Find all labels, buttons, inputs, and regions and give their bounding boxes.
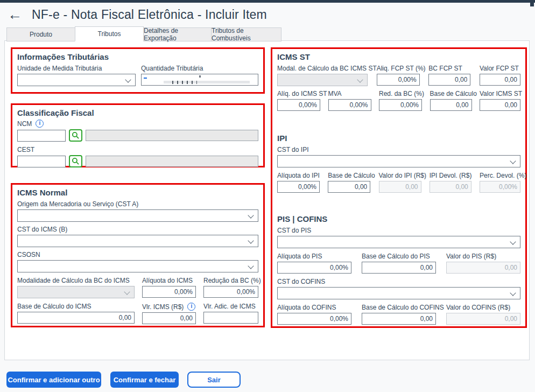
valor-pis-label: Valor do PIS (R$) bbox=[446, 253, 520, 260]
section-title: ICMS Normal bbox=[17, 188, 258, 197]
base-calculo-pis-label: Base de Cálculo do PIS bbox=[362, 253, 436, 260]
cst-icms-label: CST do ICMS (B) bbox=[17, 226, 258, 233]
field-quantidade-tributaria: Quantidade Tributária bbox=[141, 65, 258, 86]
field-valor-icms-st: Valor ICMS ST bbox=[480, 90, 520, 111]
page-title: NF-e - Nota Fiscal Eletrônica - Incluir … bbox=[32, 8, 267, 22]
base-calculo-ipi-input[interactable] bbox=[328, 181, 370, 193]
field-aliquota-pis: Alíquota do PIS bbox=[277, 253, 351, 274]
tab-produto[interactable]: Produto bbox=[6, 27, 75, 41]
valor-fcp-st-input[interactable] bbox=[480, 74, 520, 86]
tab-content-panel: Informações Tributárias Unidade de Medid… bbox=[4, 40, 530, 360]
aliquota-icms-label: Alíquota do ICMS bbox=[142, 277, 196, 284]
reducao-bc-input[interactable] bbox=[203, 286, 258, 298]
confirm-close-button[interactable]: Confirmar e fechar bbox=[110, 372, 179, 388]
field-valor-fcp-st: Valor FCP ST bbox=[480, 65, 520, 86]
valor-ipi-label: Valor do IPI (R$) bbox=[379, 172, 421, 179]
bc-fcp-st-label: BC FCP ST bbox=[428, 65, 470, 72]
cst-icms-select[interactable] bbox=[17, 235, 258, 247]
field-valor-pis: Valor do PIS (R$) bbox=[446, 253, 520, 274]
chevron-down-icon bbox=[124, 289, 130, 295]
cst-ipi-select[interactable] bbox=[277, 155, 520, 167]
cst-pis-select[interactable] bbox=[277, 236, 520, 248]
ipi-devol-label: IPI Devol. (R$) bbox=[430, 172, 471, 179]
ncm-label: NCM bbox=[17, 120, 32, 128]
scrollbar-notch bbox=[530, 0, 534, 6]
field-reducao-bc: Redução da BC (%) bbox=[203, 277, 258, 298]
chevron-down-icon bbox=[510, 290, 516, 296]
aliquota-pis-label: Alíquota do PIS bbox=[277, 253, 351, 260]
valor-icms-st-label: Valor ICMS ST bbox=[480, 90, 520, 97]
valor-icms-st-input[interactable] bbox=[480, 99, 520, 111]
mva-input[interactable] bbox=[328, 99, 371, 111]
aliquota-ipi-input[interactable] bbox=[277, 181, 320, 193]
origem-mercadoria-select[interactable] bbox=[17, 209, 258, 222]
section-classificacao-fiscal: Classificação Fiscal NCM i CEST bbox=[11, 103, 265, 167]
cst-cofins-select[interactable] bbox=[277, 287, 520, 299]
cest-search-button[interactable] bbox=[69, 155, 82, 167]
modalidade-bc-icms-select-disabled bbox=[17, 286, 135, 298]
valor-cofins-input-disabled bbox=[446, 313, 520, 325]
field-aliq-icms-st: Alíq. do ICMS ST bbox=[277, 90, 320, 111]
section-tributos-direita: ICMS ST Modal. de Cálculo da BC ICMS ST … bbox=[271, 47, 527, 328]
icms-st-title: ICMS ST bbox=[277, 52, 520, 61]
field-unidade-medida-tributaria: Unidade de Medida Tributária bbox=[17, 65, 136, 86]
mva-label: MVA bbox=[328, 90, 371, 97]
csosn-select[interactable] bbox=[17, 260, 258, 272]
bc-fcp-st-input[interactable] bbox=[428, 74, 470, 86]
chevron-down-icon bbox=[248, 263, 254, 269]
red-bc-st-label: Red. da BC (%) bbox=[379, 90, 422, 97]
field-aliquota-icms: Alíquota do ICMS bbox=[142, 277, 196, 298]
aliq-fcp-st-label: Aliq. FCP ST (%) bbox=[377, 65, 420, 72]
vlr-icms-label: Vlr. ICMS (R$) bbox=[142, 303, 184, 311]
base-calculo-st-input[interactable] bbox=[430, 99, 472, 111]
info-icon[interactable]: i bbox=[187, 303, 195, 311]
red-bc-st-input[interactable] bbox=[379, 99, 422, 111]
chevron-down-icon bbox=[510, 158, 516, 164]
field-modal-bc-icms-st: Modal. de Cálculo da BC ICMS ST bbox=[277, 65, 368, 86]
base-calculo-pis-input[interactable] bbox=[362, 262, 436, 274]
aliq-fcp-st-input[interactable] bbox=[377, 74, 420, 86]
base-calculo-icms-input[interactable] bbox=[17, 312, 135, 324]
info-icon[interactable]: i bbox=[36, 120, 44, 128]
ncm-search-button[interactable] bbox=[69, 129, 82, 142]
aliquota-cofins-label: Alíquota do COFINS bbox=[277, 304, 351, 311]
vlr-adic-icms-label: Vlr. Adic. de ICMS bbox=[203, 303, 258, 310]
perc-devol-input-disabled bbox=[480, 181, 520, 193]
aliquota-cofins-input[interactable] bbox=[277, 313, 351, 325]
perc-devol-label: Perc. Devol. (%) bbox=[480, 172, 520, 179]
unidade-medida-select[interactable] bbox=[17, 74, 136, 86]
exit-button[interactable]: Sair bbox=[187, 372, 241, 388]
section-informacoes-tributarias: Informações Tributárias Unidade de Medid… bbox=[11, 47, 265, 94]
cst-pis-label: CST do PIS bbox=[277, 227, 520, 234]
tab-bar: Produto Tributos Detalhes de Exportação … bbox=[6, 26, 281, 41]
base-calculo-cofins-input[interactable] bbox=[362, 313, 436, 325]
confirm-add-another-button[interactable]: Confirmar e adicionar outro bbox=[6, 372, 101, 388]
field-aliquota-cofins: Alíquota do COFINS bbox=[277, 304, 351, 325]
vlr-icms-input[interactable] bbox=[142, 312, 196, 324]
vlr-adic-icms-input[interactable] bbox=[203, 312, 258, 324]
aliq-icms-st-input[interactable] bbox=[277, 99, 320, 111]
chevron-down-icon bbox=[248, 212, 254, 218]
aliquota-pis-input[interactable] bbox=[277, 262, 351, 274]
top-border-bar bbox=[0, 0, 535, 3]
aliquota-icms-input[interactable] bbox=[142, 286, 196, 298]
ipi-devol-input-disabled bbox=[430, 181, 471, 193]
tab-tributos[interactable]: Tributos bbox=[75, 26, 144, 41]
tab-detalhes-exportacao[interactable]: Detalhes de Exportação bbox=[143, 27, 212, 41]
field-base-calculo-icms: Base de Cálculo do ICMS bbox=[17, 303, 135, 324]
csosn-label: CSOSN bbox=[17, 251, 258, 258]
aliquota-ipi-label: Alíquota do IPI bbox=[277, 172, 320, 179]
ncm-input[interactable] bbox=[17, 130, 66, 142]
chevron-down-icon bbox=[248, 237, 254, 243]
cest-description-readonly bbox=[86, 156, 258, 167]
quantidade-label: Quantidade Tributária bbox=[141, 65, 258, 72]
ipi-title: IPI bbox=[277, 134, 520, 143]
section-icms-normal: ICMS Normal Origem da Mercadoria ou Serv… bbox=[11, 183, 265, 327]
page-header: ← NF-e - Nota Fiscal Eletrônica - Inclui… bbox=[8, 6, 267, 23]
cest-input[interactable] bbox=[17, 156, 66, 167]
quantidade-input[interactable] bbox=[141, 74, 258, 86]
back-arrow-icon[interactable]: ← bbox=[8, 6, 22, 23]
origem-label: Origem da Mercadoria ou Serviço (CST A) bbox=[17, 200, 258, 208]
modal-bc-icms-st-label: Modal. de Cálculo da BC ICMS ST bbox=[277, 65, 368, 72]
tab-tributos-combustiveis[interactable]: Tributos de Combustíveis bbox=[211, 27, 281, 41]
